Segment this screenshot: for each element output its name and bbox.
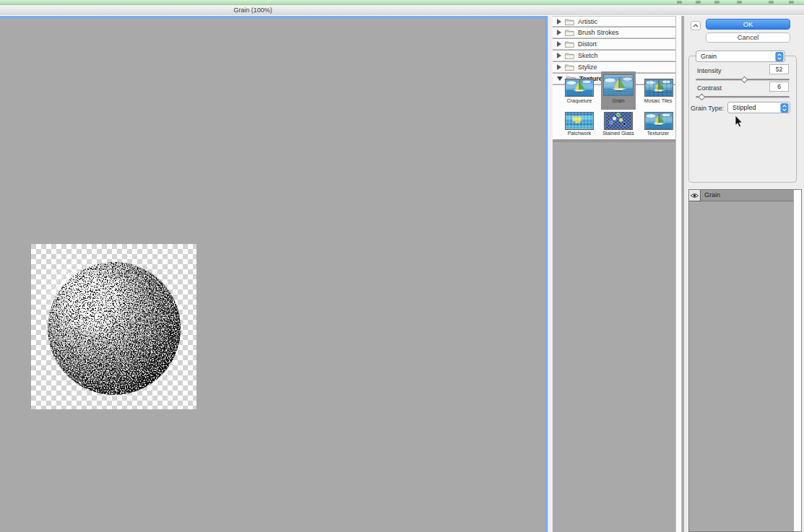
contrast-label: Contrast — [697, 84, 722, 92]
grain-type-value: Stippled — [732, 104, 756, 111]
thumbnail-texturizer[interactable] — [644, 112, 673, 130]
dropdown-stepper-icon — [775, 52, 784, 61]
chevron-up-icon — [693, 24, 699, 27]
layer-visibility-toggle[interactable] — [689, 190, 701, 201]
thumbnail-mosaic-tiles[interactable] — [644, 79, 673, 97]
contrast-value-field[interactable]: 6 — [769, 82, 789, 92]
preview-canvas-sphere — [31, 244, 196, 409]
category-distort[interactable]: Distort — [553, 39, 675, 50]
filter-settings-panel: OK Cancel Grain Intensity 52 Contrast 6 … — [684, 16, 804, 532]
cancel-button[interactable]: Cancel — [706, 32, 790, 43]
thumbnail-patchwork[interactable] — [565, 112, 594, 130]
pane-divider[interactable] — [548, 16, 553, 532]
filter-list-scrollbar[interactable] — [675, 16, 682, 532]
slider-thumb[interactable] — [699, 94, 706, 101]
thumbnail-caption: Mosaic Tiles — [639, 98, 678, 103]
filter-select-value: Grain — [701, 53, 717, 60]
thumbnail-caption: Texturizer — [639, 131, 678, 136]
category-label: Stylize — [578, 64, 597, 71]
dialog-titlebar[interactable]: Grain (100%) — [0, 5, 804, 16]
thumbnail-grain[interactable] — [603, 74, 634, 96]
thumbnail-grid-shadow — [553, 139, 675, 142]
category-label: Brush Strokes — [578, 29, 619, 36]
dropdown-stepper-icon — [780, 103, 789, 113]
category-label: Distort — [578, 40, 597, 48]
menubar-status-icon — [789, 1, 794, 4]
filter-preview-pane[interactable] — [0, 16, 548, 532]
eye-icon — [691, 193, 699, 199]
category-artistic[interactable]: Artistic — [553, 16, 675, 27]
thumbnail-stained-glass[interactable] — [604, 112, 633, 130]
dialog-title: Grain (100%) — [233, 6, 272, 14]
disclosure-triangle-icon[interactable] — [557, 30, 561, 35]
filter-select-dropdown[interactable]: Grain — [696, 51, 785, 62]
slider-track[interactable] — [696, 96, 790, 98]
thumbnail-caption: Craquelure — [560, 98, 599, 103]
category-label: Sketch — [578, 52, 598, 59]
menubar-status-icon — [737, 1, 742, 4]
folder-icon — [565, 40, 574, 48]
filter-category-panel: Artistic Brush Strokes Distort Sketch St… — [553, 16, 684, 532]
folder-icon — [565, 29, 574, 36]
category-sketch[interactable]: Sketch — [553, 51, 675, 61]
contrast-slider[interactable] — [696, 94, 790, 100]
category-brush-strokes[interactable]: Brush Strokes — [553, 27, 675, 38]
layers-scrollbar[interactable] — [793, 190, 801, 531]
ok-button[interactable]: OK — [706, 19, 790, 30]
folder-icon — [565, 64, 574, 71]
intensity-label: Intensity — [697, 67, 722, 74]
collapse-panel-button[interactable] — [691, 21, 701, 30]
thumbnail-caption: Patchwork — [560, 131, 599, 136]
disclosure-triangle-icon[interactable] — [557, 53, 561, 58]
effect-layers-panel: Grain — [688, 189, 802, 532]
thumbnail-craquelure[interactable] — [565, 79, 594, 97]
folder-icon — [565, 52, 574, 59]
thumbnail-caption: Stained Glass — [599, 131, 638, 136]
menubar-status-icon — [677, 1, 682, 4]
category-label: Artistic — [578, 18, 597, 25]
disclosure-triangle-icon[interactable] — [557, 77, 563, 81]
grain-type-dropdown[interactable]: Stippled — [727, 102, 790, 113]
intensity-value-field[interactable]: 52 — [769, 64, 789, 74]
folder-icon — [565, 18, 574, 25]
menubar-status-icon — [696, 1, 701, 4]
layer-name: Grain — [701, 190, 793, 201]
disclosure-triangle-icon[interactable] — [557, 41, 561, 47]
mouse-cursor — [735, 115, 743, 128]
disclosure-triangle-icon[interactable] — [557, 19, 561, 25]
slider-thumb[interactable] — [740, 77, 748, 84]
menubar-strip — [0, 0, 804, 5]
disclosure-triangle-icon[interactable] — [557, 64, 561, 70]
menubar-status-icon — [714, 1, 719, 4]
grain-type-label: Grain Type: — [691, 105, 724, 112]
effect-layer-row[interactable]: Grain — [689, 190, 793, 201]
menubar-status-icon — [769, 1, 774, 4]
thumbnail-caption: Grain — [599, 98, 638, 103]
